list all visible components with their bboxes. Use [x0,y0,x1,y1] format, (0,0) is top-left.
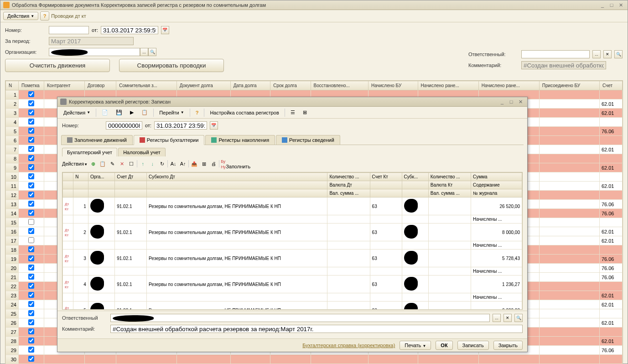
modal-resp-select-icon[interactable]: ... [493,314,501,322]
tb-list-icon[interactable]: ☰ [287,108,298,117]
inner-column-header[interactable]: Субконто Дт [147,173,327,181]
inner-actions-menu[interactable]: Действия▼ [62,161,88,166]
inner-column-header[interactable]: Субк... [402,173,428,181]
table-row[interactable]: 30 [6,355,623,364]
row-checkbox[interactable] [28,146,34,152]
inner-column-header[interactable] [147,181,327,189]
row-checkbox[interactable] [28,265,34,270]
inner-row[interactable]: ДтКт591.02.1Резервы по сомнительным долг… [63,302,522,310]
main-column-header[interactable]: Начислено ране... [478,81,539,90]
inner-column-header[interactable] [402,189,428,198]
provodki-link[interactable]: Проводки дт кт [51,13,86,19]
resp-input[interactable] [521,50,590,58]
tb-tree-icon[interactable]: ⊞ [300,108,310,117]
form-provodki-button[interactable]: Свормировать проводки [119,59,224,72]
resp-search-icon[interactable]: 🔍 [614,50,623,58]
inner-column-header[interactable] [63,181,73,189]
minimize-button[interactable]: _ [598,2,607,8]
sort-desc-icon[interactable]: A↑ [179,160,187,168]
fill-button[interactable]: БуНуЗаполнить [221,158,250,169]
inner-column-header[interactable] [370,181,402,189]
inner-column-header[interactable] [88,189,114,198]
modal-number-input[interactable] [106,121,142,130]
modal-resp-search-icon[interactable]: 🔍 [514,314,523,322]
delete-icon[interactable]: ✕ [118,160,126,168]
ok-button[interactable]: ОК [436,341,452,350]
row-checkbox[interactable] [28,292,34,298]
row-checkbox[interactable] [28,219,34,225]
refresh-icon[interactable]: ↻ [158,160,166,168]
main-column-header[interactable]: Восстановлено... [311,81,368,90]
org-input[interactable] [49,48,140,56]
row-checkbox[interactable] [28,201,34,207]
inner-column-header[interactable]: Количество ... [428,173,471,181]
row-checkbox[interactable] [28,274,34,280]
tb-help-icon[interactable]: ? [192,109,202,117]
row-checkbox[interactable] [28,128,34,134]
main-column-header[interactable]: Документ долга [176,81,230,90]
inner-column-header[interactable] [370,189,402,198]
date-input[interactable] [101,26,158,34]
org-search-icon[interactable]: 🔍 [148,48,156,56]
modal-maximize-button[interactable]: □ [507,99,515,105]
tab-1[interactable]: Регистры бухгалтерии [134,135,205,145]
inner-column-header[interactable]: Валюта Дт [327,181,370,189]
main-column-header[interactable]: N [6,81,19,90]
tab-3[interactable]: Регистры сведений [276,135,340,145]
main-column-header[interactable]: Срок долга [270,81,311,90]
tb-post-icon[interactable]: ▶ [127,108,137,117]
export-icon[interactable]: 📤 [190,160,198,168]
inner-column-header[interactable] [115,181,147,189]
row-checkbox[interactable] [28,356,34,362]
modal-minimize-button[interactable]: _ [498,99,506,105]
inner-column-header[interactable]: Вал. сумма ... [428,189,471,198]
inner-column-header[interactable]: N [73,173,88,181]
row-checkbox[interactable] [28,328,34,334]
row-checkbox[interactable] [28,137,34,143]
modal-calendar-icon[interactable]: 📅 [210,121,218,130]
row-checkbox[interactable] [28,109,34,115]
row-checkbox[interactable] [28,100,34,106]
copy-icon[interactable]: 📋 [99,160,107,168]
modal-close-button[interactable]: ✕ [516,99,524,105]
mark-icon[interactable]: ☐ [127,160,135,168]
resp-clear-icon[interactable]: ✕ [603,50,612,58]
modal-date-input[interactable] [154,121,207,130]
add-icon[interactable]: ⊕ [89,160,97,168]
org-select-icon[interactable]: ... [140,48,148,56]
calendar-icon[interactable]: 📅 [161,26,169,34]
inner-column-header[interactable] [402,181,428,189]
inner-column-header[interactable]: Сумма [471,173,522,181]
inner-row[interactable]: ДтКт391.02.1Резервы по сомнительным долг… [63,250,522,267]
tb-stamp-icon[interactable]: 📋 [138,108,151,117]
inner-column-header[interactable] [63,189,73,198]
inner-row[interactable]: ДтКт491.02.1Резервы по сомнительным долг… [63,276,522,293]
save-button[interactable]: Записать [457,341,489,350]
row-checkbox[interactable] [28,301,34,307]
inner-column-header[interactable]: Валюта Кт [428,181,471,189]
actions-menu[interactable]: Действия▼ [3,12,38,20]
sort-asc-icon[interactable]: A↓ [169,160,177,168]
row-checkbox[interactable] [28,173,34,179]
help-icon[interactable]: ? [40,11,49,21]
inner-column-header[interactable] [63,173,73,181]
inner-column-header[interactable]: Счет Дт [115,173,147,181]
inner-column-header[interactable]: № журнала [471,189,522,198]
print-icon[interactable]: 🖨 [209,160,218,168]
close-button[interactable]: ✕ [617,2,625,8]
inner-column-header[interactable] [115,189,147,198]
subtab-1[interactable]: Налоговый учет [118,148,166,156]
print-button[interactable]: Печать ▼ [400,341,431,350]
grid-icon[interactable]: ⊞ [200,160,208,168]
modal-actions-menu[interactable]: Действия▼ [60,109,93,117]
main-column-header[interactable]: Начислено ране... [418,81,478,90]
main-column-header[interactable]: Пометка [19,81,44,90]
tab-0[interactable]: Заполнение движений [61,135,133,145]
modal-resp-input[interactable] [110,314,490,322]
row-checkbox[interactable] [28,347,34,353]
inner-column-header[interactable] [73,189,88,198]
inner-row[interactable]: ДтКт191.02.1Резервы по сомнительным долг… [63,198,522,215]
main-column-header[interactable]: Контрагент [44,81,85,90]
tab-2[interactable]: Регистры накопления [205,135,275,145]
inner-column-header[interactable] [73,181,88,189]
